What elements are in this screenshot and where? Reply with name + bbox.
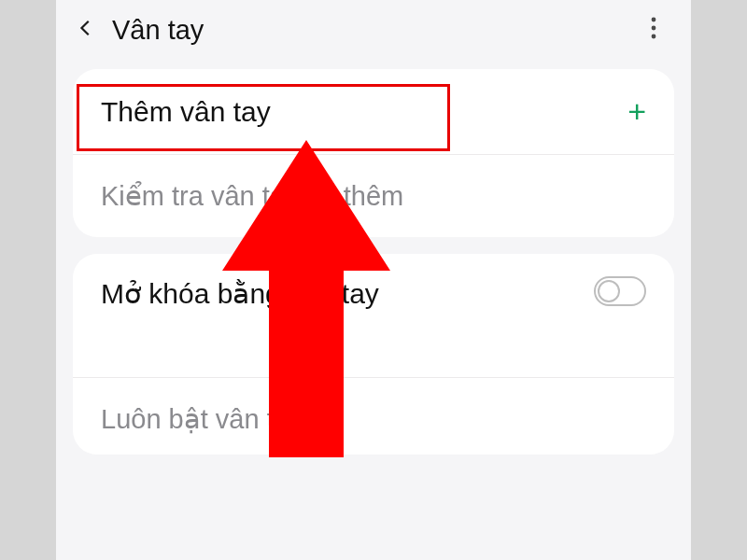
unlock-with-fingerprint-label: Mở khóa bằng vân tay <box>101 276 594 312</box>
more-options-button[interactable] <box>633 9 674 50</box>
app-header: Vân tay <box>56 0 691 60</box>
plus-icon: + <box>616 93 646 130</box>
check-fingerprint-row[interactable]: Kiểm tra vân tay đã thêm <box>73 154 674 237</box>
fingerprint-list-card: Thêm vân tay + Kiểm tra vân tay đã thêm <box>73 69 674 237</box>
add-fingerprint-label: Thêm vân tay <box>101 94 616 130</box>
svg-point-0 <box>652 18 656 22</box>
add-fingerprint-row[interactable]: Thêm vân tay + <box>73 69 674 154</box>
back-button[interactable] <box>65 9 106 50</box>
svg-point-2 <box>652 35 656 39</box>
more-vertical-icon <box>651 17 656 43</box>
always-on-fingerprint-label: Luôn bật vân tay <box>101 402 646 436</box>
always-on-fingerprint-row[interactable]: Luôn bật vân tay <box>73 377 674 455</box>
chevron-left-icon <box>76 18 96 42</box>
settings-screen: Vân tay Thêm vân tay + Kiểm tra vân tay … <box>56 0 691 560</box>
check-fingerprint-label: Kiểm tra vân tay đã thêm <box>101 179 646 213</box>
fingerprint-options-card: Mở khóa bằng vân tay Luôn bật vân tay <box>73 254 674 455</box>
toggle-knob <box>598 280 620 302</box>
unlock-with-fingerprint-row[interactable]: Mở khóa bằng vân tay <box>73 254 674 377</box>
page-title: Vân tay <box>106 15 633 46</box>
svg-point-1 <box>652 26 656 31</box>
unlock-toggle[interactable] <box>594 276 646 306</box>
